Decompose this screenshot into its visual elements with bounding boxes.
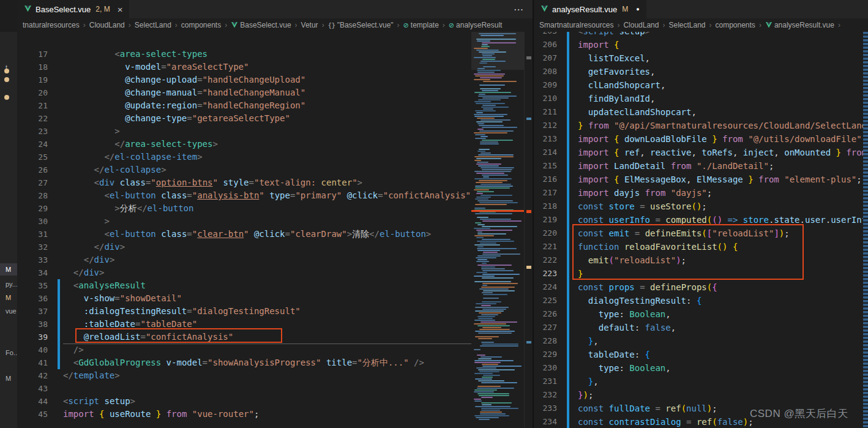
code-line-223[interactable]: 223} (534, 267, 863, 280)
breadcrumb-item[interactable]: Vetur (301, 21, 318, 29)
code-editor-left[interactable]: 17 <area-select-types18 v-model="areaSel… (17, 32, 471, 428)
code-line-35[interactable]: 35 <analyseResult (17, 279, 471, 292)
code-line-18[interactable]: 18 v-model="areaSelectType" (17, 61, 471, 73)
explorer-item-fragment[interactable]: Fo... (0, 347, 17, 359)
code-text: <div class="option-btns" style="text-ali… (63, 176, 471, 189)
code-line-231[interactable]: 231 }, (534, 375, 863, 388)
code-line-40[interactable]: 40 /> (17, 344, 471, 356)
code-line-36[interactable]: 36 v-show="showDetail" (17, 292, 471, 305)
code-line-25[interactable]: 25 </el-collapse-item> (17, 151, 471, 163)
explorer-item-fragment[interactable]: M (0, 263, 17, 276)
code-line-44[interactable]: 44<script setup> (17, 395, 471, 408)
code-line-207[interactable]: 207 listToExcel, (534, 51, 863, 65)
code-line-216[interactable]: 216import { ElMessageBox, ElMessage } fr… (534, 173, 863, 186)
code-line-17[interactable]: 17 <area-select-types (17, 48, 471, 61)
breadcrumb-item[interactable]: SelectLand (668, 21, 705, 29)
code-line-226[interactable]: 226 type: Boolean, (534, 307, 863, 321)
breadcrumb-item[interactable]: BaseSelect.vue (240, 21, 291, 29)
code-line-213[interactable]: 213import { downLoadBlobFile } from "@/u… (534, 132, 863, 146)
code-line-37[interactable]: 37 :dialogTestingResult="dialogTestingRe… (17, 305, 471, 318)
code-line-215[interactable]: 215import LandDetail from "./LandDetail"… (534, 159, 863, 173)
tab-analyseresult[interactable]: analyseResult.vue M ● (534, 0, 646, 18)
code-line-34[interactable]: 34 </div> (17, 266, 471, 279)
code-line-206[interactable]: 206import { (534, 38, 863, 51)
code-line-219[interactable]: 219const userInfo = computed(() => store… (534, 213, 863, 227)
tab-baseselect[interactable]: BaseSelect.vue 2, M × (17, 0, 129, 18)
breadcrumb-item[interactable]: tnaturalresources (23, 21, 80, 29)
code-line-227[interactable]: 227 default: false, (534, 321, 863, 334)
code-line-31[interactable]: 31 <el-button class="clear-btn" @click="… (17, 228, 471, 241)
breadcrumb-item[interactable]: components (181, 21, 221, 29)
code-text: </el-collapse-item> (63, 151, 471, 163)
code-line-230[interactable]: 230 type: Boolean, (534, 361, 863, 375)
code-line-19[interactable]: 19 @change-upload="handleChangeUpload" (17, 73, 471, 86)
code-line-229[interactable]: 229 tableDate: { (534, 348, 863, 361)
code-line-205[interactable]: 205<script setup> (534, 32, 863, 38)
code-line-228[interactable]: 228 }, (534, 334, 863, 348)
code-line-23[interactable]: 23 > (17, 125, 471, 138)
code-line-29[interactable]: 29 >分析</el-button (17, 202, 471, 215)
code-line-222[interactable]: 222 emit("reloadList"); (534, 253, 863, 267)
overview-ruler[interactable] (524, 32, 533, 428)
breadcrumb-item[interactable]: analyseResult (456, 21, 502, 29)
code-line-232[interactable]: 232}); (534, 388, 863, 402)
code-line-32[interactable]: 32 </div> (17, 241, 471, 253)
breadcrumb-item[interactable]: analyseResult.vue (774, 21, 834, 29)
breadcrumb-item[interactable]: CloudLand (623, 21, 659, 29)
code-line-20[interactable]: 20 @change-manual="handleChangeManual" (17, 86, 471, 99)
line-number: 216 (534, 173, 566, 186)
explorer-strip[interactable]: tMpy...MvueFo...M (0, 0, 17, 428)
code-line-221[interactable]: 221function reloadFavoriteList() { (534, 240, 863, 253)
code-line-224[interactable]: 224const props = defineProps({ (534, 280, 863, 294)
code-line-45[interactable]: 45import { useRoute } from "vue-router"; (17, 408, 471, 421)
line-number: 215 (534, 159, 566, 173)
code-line-225[interactable]: 225 dialogTestingResult: { (534, 294, 863, 307)
dirty-dot-icon[interactable]: ● (636, 6, 639, 12)
code-line-42[interactable]: 42</template> (17, 369, 471, 382)
code-line-209[interactable]: 209 clLandShopcart, (534, 78, 863, 92)
code-line-27[interactable]: 27 <div class="option-btns" style="text-… (17, 176, 471, 189)
code-line-217[interactable]: 217import dayjs from "dayjs"; (534, 186, 863, 200)
explorer-item-fragment[interactable]: py... (0, 278, 17, 290)
breadcrumb-item[interactable]: template (411, 21, 439, 29)
breadcrumb-item[interactable]: components (716, 21, 755, 29)
code-line-26[interactable]: 26 </el-collapse> (17, 163, 471, 176)
breadcrumb-item[interactable]: SelectLand (135, 21, 171, 29)
breadcrumb-separator: › (759, 21, 761, 29)
code-line-24[interactable]: 24 </area-select-types> (17, 138, 471, 151)
code-line-39[interactable]: 39 @reloadList="confictAnalysis" (17, 331, 471, 344)
code-line-211[interactable]: 211 updateclLandShopcart, (534, 105, 863, 119)
code-line-22[interactable]: 22 @change-type="getareaSelectType" (17, 112, 471, 125)
code-line-21[interactable]: 21 @update:region="handleChangeRegion" (17, 99, 471, 112)
gutter-modified-indicator (566, 132, 574, 146)
code-line-210[interactable]: 210 findBylandId, (534, 92, 863, 105)
code-line-220[interactable]: 220const emit = defineEmits(["reloadList… (534, 227, 863, 240)
close-icon[interactable]: × (118, 4, 123, 15)
code-editor-right[interactable]: 205<script setup>206import {207 listToEx… (534, 32, 863, 428)
line-number: 30 (17, 215, 56, 228)
more-actions-icon[interactable]: ⋯ (505, 4, 533, 15)
code-line-28[interactable]: 28 <el-button class="analysis-btn" type=… (17, 189, 471, 202)
breadcrumb-item[interactable]: CloudLand (89, 21, 125, 29)
code-line-30[interactable]: 30 > (17, 215, 471, 228)
modified-dot-icon (4, 77, 9, 82)
code-line-214[interactable]: 214import { ref, reactive, toRefs, injec… (534, 146, 863, 159)
explorer-item-fragment[interactable]: vue (0, 305, 17, 317)
explorer-item-fragment[interactable]: M (0, 372, 17, 385)
modified-dot-icon (4, 69, 9, 73)
line-number: 23 (17, 125, 56, 138)
breadcrumb-item[interactable]: Smartnaturalresources (539, 21, 613, 29)
breadcrumb-item[interactable]: "BaseSelect.vue" (337, 21, 394, 29)
minimap[interactable] (471, 32, 524, 428)
code-line-43[interactable]: 43 (17, 382, 471, 395)
code-line-212[interactable]: 212} from "@/api/Smartnaturalresources/C… (534, 119, 863, 132)
code-line-41[interactable]: 41 <GdGlobalProgress v-model="showAnalys… (17, 356, 471, 369)
minimap-slider[interactable] (471, 32, 524, 70)
gutter-modified-indicator (566, 32, 574, 38)
code-line-38[interactable]: 38 :tableDate="tableDate" (17, 318, 471, 331)
code-line-208[interactable]: 208 getFavorites, (534, 65, 863, 78)
minimap-right[interactable] (863, 32, 868, 428)
explorer-item-fragment[interactable]: M (0, 291, 17, 304)
code-line-218[interactable]: 218const store = useStore(); (534, 200, 863, 213)
code-line-33[interactable]: 33 </div> (17, 253, 471, 266)
